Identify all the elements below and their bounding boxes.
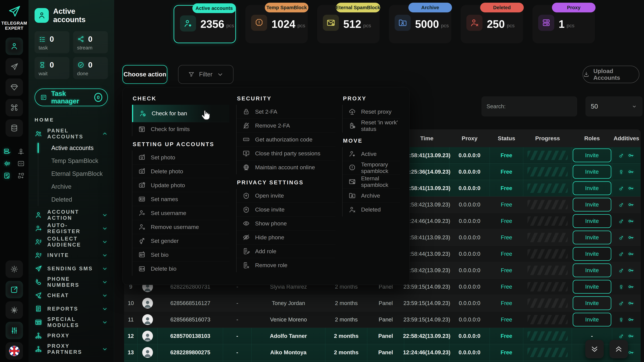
battery-x-icon [348,122,356,130]
sidebar-item-invite[interactable]: INVITE [34,249,108,262]
sidebar-item-proxy[interactable]: PROXY [34,329,108,343]
invite-button[interactable]: Invite [573,280,611,294]
sidebar-subitem-deleted[interactable]: Deleted [38,193,108,206]
search-input[interactable]: Search: [482,96,577,116]
rail-settings-button[interactable] [6,260,23,278]
menu-item-reset-proxy[interactable]: Reset proxy [343,105,400,119]
rail-accounts-button[interactable] [6,37,23,55]
task-manager-button[interactable]: Task manager 0 [34,88,108,106]
sidebar-item-reports[interactable]: REPORTS [34,302,108,316]
sidebar-item-auto-register[interactable]: AUTO-REGISTER [34,222,108,235]
menu-item-set-photo[interactable]: Set photo [132,150,229,164]
menu-item-close-third-party-sessions[interactable]: Close third party sessions [237,146,335,160]
person-x-icon [138,223,146,231]
menu-item-set-names[interactable]: Set names [132,192,229,206]
menu-item-label: Maintain account online [255,164,315,171]
invite-button[interactable]: Invite [573,148,611,162]
menu-item-delete-photo[interactable]: Delete photo [132,164,229,178]
sidebar-item-phone-numbers[interactable]: PHONE NUMBERS [34,275,108,289]
menu-item-set-bio[interactable]: Set bio [132,248,229,262]
menu-item-check-for-ban[interactable]: Check for ban [132,105,229,122]
filter-button[interactable]: Filter [178,65,234,84]
stat-card-active-accounts[interactable]: Active accounts2356pcs [174,5,236,43]
rail-commands-button[interactable] [6,99,23,116]
menu-item-remove-username[interactable]: Remove username [132,220,229,234]
sidebar-item-special-modules[interactable]: SPECIAL MODULES [34,316,108,329]
menu-item-remove-role[interactable]: Remove role [237,258,335,272]
menu-item-active[interactable]: Active [343,147,400,161]
menu-item-get-authorization-code[interactable]: Get authorization code [237,133,335,146]
table-row[interactable]: 116285668516073-Venice Moreno2 monthsPan… [124,311,641,328]
rail-sending-button[interactable] [6,58,23,75]
menu-item-open-invite[interactable]: Open invite [237,189,335,203]
sidebar-item-account-action[interactable]: ACCOUNT ACTION [34,208,108,222]
rail-preferences-button[interactable] [6,322,23,339]
rail-server-check-button[interactable] [2,147,12,156]
table-row[interactable]: 126285700138103-Adolfo Tanner2 monthsPan… [124,328,641,344]
stat-card-eternal-spamblock[interactable]: Eternal SpamBlock512pcs [317,5,380,43]
scroll-to-bottom-button[interactable] [585,340,604,358]
stat-card-deleted[interactable]: Deleted250pcs [461,5,523,43]
menu-item-archive[interactable]: Archive [343,189,400,203]
account-type: Panel [367,295,404,311]
sidebar-item-sending-sms[interactable]: SENDING SMS [34,262,108,275]
rail-database-button[interactable] [6,119,23,137]
invite-button[interactable]: Invite [573,296,611,310]
rail-person-network-button[interactable] [16,147,26,156]
menu-item-reset-in-work-status[interactable]: Reset 'in work' status [343,119,400,133]
rail-premium-button[interactable] [6,78,23,96]
stat-card-archive[interactable]: Archive5000pcs [389,5,451,43]
table-row[interactable]: 136282289800275-Aiko Montoya2 monthsPane… [124,344,641,361]
invite-button[interactable]: Invite [573,313,611,327]
rail-code-window-button[interactable] [16,159,26,168]
menu-item-remove-fa[interactable]: Remove 2-FA [237,119,335,133]
account-time: 22:58:41(13.09.23) [404,229,450,246]
upload-accounts-button[interactable]: Upload Accounts [582,66,639,83]
menu-item-hide-phone[interactable]: Hide phone [237,230,335,244]
menu-item-check-for-limits[interactable]: Check for limits [132,122,229,136]
rail-gear-badge-button[interactable] [2,159,12,168]
table-row[interactable]: 146285646749037-Albert Pittman2 monthsPa… [124,361,641,362]
sidebar-subitem-archive[interactable]: Archive [38,180,108,193]
stat-card-proxy[interactable]: Proxy1pcs [532,5,595,43]
menu-item-set-username[interactable]: Set username [132,206,229,220]
sidebar-item-cheat[interactable]: CHEAT [34,289,108,302]
account-id: 6285668516073 [158,311,223,328]
invite-button[interactable]: Invite [573,198,611,212]
menu-item-add-role[interactable]: Add role [237,244,335,258]
invite-button[interactable]: Invite [573,181,611,195]
menu-item-set-gender[interactable]: Set gender [132,234,229,248]
invite-button[interactable]: Invite [573,165,611,179]
menu-item-eternal-spamblock[interactable]: Eternal spamblock [343,175,400,189]
rail-theme-button[interactable] [6,301,23,319]
menu-item-delete-bio[interactable]: Delete bio [132,262,229,276]
scroll-to-top-button[interactable] [610,340,628,358]
invite-button[interactable]: Invite [573,247,611,261]
table-row[interactable]: 106285668516127-Toney Jordan2 monthsPane… [124,295,641,311]
invite-button[interactable]: Invite [573,214,611,228]
menu-item-deleted[interactable]: Deleted [343,203,400,217]
rail-swap-button[interactable] [16,171,26,180]
choose-action-button[interactable]: Choose action [122,65,167,84]
menu-item-set-fa[interactable]: Set 2-FA [237,105,335,119]
row-number: 13 [124,344,138,361]
invite-button[interactable]: Invite [573,231,611,244]
rail-language-button[interactable] [6,342,23,360]
menu-item-maintain-account-online[interactable]: Maintain account online [237,160,335,174]
menu-item-update-photo[interactable]: Update photo [132,178,229,192]
stat-card-temp-spamblock[interactable]: Temp SpamBlock1024pcs [245,5,308,43]
menu-item-show-phone[interactable]: Show phone [237,217,335,230]
sidebar-subitem-eternal-spamblock[interactable]: Eternal SpamBlock [38,167,108,180]
sidebar-item-collect-audience[interactable]: COLLECT AUDIENCE [34,235,108,249]
menu-item-temporary-spamblock[interactable]: Temporary spamblock [343,161,400,175]
sidebar-item-panel-accounts[interactable]: PANEL ACCOUNTS [34,127,108,140]
page-size-select[interactable]: 50 [586,96,642,116]
menu-item-close-invite[interactable]: Close invite [237,203,335,217]
rail-open-external-button[interactable] [6,281,23,298]
rail-doc-check-button[interactable] [2,171,12,180]
sidebar-subitem-active-accounts[interactable]: Active accounts [38,141,108,154]
sidebar-item-proxy-partners[interactable]: PROXY PARTNERS [34,343,108,356]
invite-button[interactable]: Invite [573,264,611,277]
person-icon [10,42,18,51]
sidebar-subitem-temp-spamblock[interactable]: Temp SpamBlock [38,154,108,167]
